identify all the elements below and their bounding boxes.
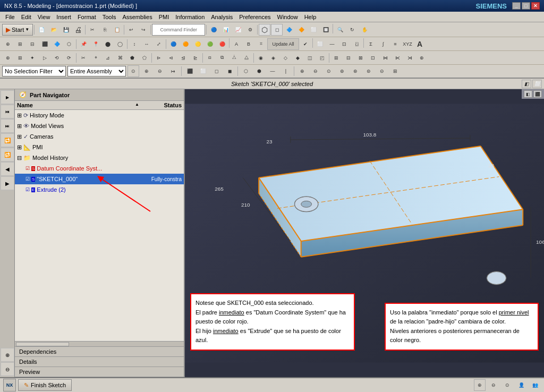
t2b18[interactable]: 🔴 bbox=[216, 38, 228, 50]
t3b4[interactable]: ▷ bbox=[39, 52, 50, 64]
t1b2[interactable]: 📊 bbox=[220, 24, 232, 36]
t3b19[interactable]: ⧊ bbox=[228, 52, 240, 64]
bottom-btn1[interactable]: ⊕ bbox=[474, 379, 486, 391]
filter-btn20[interactable]: ⊞ bbox=[389, 65, 401, 77]
view-btn4[interactable]: 🔶 bbox=[295, 24, 307, 36]
left-icon-bottom1[interactable]: ⊕ bbox=[1, 348, 14, 362]
filter-btn6[interactable]: ⬜ bbox=[197, 65, 209, 77]
filter-btn19[interactable]: ⊝ bbox=[376, 65, 388, 77]
t3b13[interactable]: ⊳ bbox=[153, 52, 165, 64]
filter-btn1[interactable]: ⊙ bbox=[128, 65, 139, 77]
filter-btn16[interactable]: ⊚ bbox=[336, 65, 348, 77]
menu-window[interactable]: Window bbox=[274, 13, 301, 21]
start-button[interactable]: ▶ Start ▼ bbox=[2, 24, 33, 36]
t1b3[interactable]: 📈 bbox=[232, 24, 244, 36]
view-btn1[interactable]: ⬡ bbox=[259, 24, 270, 36]
bottom-btn3[interactable]: ⊙ bbox=[502, 379, 513, 391]
t3b12[interactable]: ⬠ bbox=[139, 52, 150, 64]
preview-tab[interactable]: Preview bbox=[15, 367, 184, 377]
t3b3[interactable]: ✦ bbox=[27, 52, 38, 64]
filter-btn10[interactable]: ⬢ bbox=[253, 65, 265, 77]
t2b22[interactable]: ✔ bbox=[300, 38, 311, 50]
t3b2[interactable]: ⊞ bbox=[14, 52, 26, 64]
t3b11[interactable]: ⬟ bbox=[126, 52, 138, 64]
t3b14[interactable]: ⊲ bbox=[165, 52, 177, 64]
cmd-finder-btn[interactable]: Command Finder bbox=[152, 24, 205, 36]
nav-item-cameras[interactable]: ⊞ ✓ Cameras bbox=[15, 131, 184, 142]
filter-btn5[interactable]: ⬛ bbox=[184, 65, 196, 77]
vp-ctrl2[interactable]: ⬜ bbox=[532, 80, 542, 88]
t3b34[interactable]: ⊕ bbox=[416, 52, 428, 64]
bottom-btn4[interactable]: 👤 bbox=[515, 379, 527, 391]
left-icon-3[interactable]: ⏭ bbox=[1, 119, 14, 133]
nav-item-pmi[interactable]: ⊞ 📐 PMI bbox=[15, 142, 184, 152]
nav-item-sketch-000[interactable]: ☑ S "SKETCH_000" Fully-constra bbox=[15, 174, 184, 184]
menu-pmi[interactable]: PMI bbox=[156, 13, 173, 21]
t3b8[interactable]: ⌖ bbox=[90, 52, 101, 64]
view-btn2[interactable]: ◻ bbox=[271, 24, 283, 36]
t3b29[interactable]: ⊠ bbox=[355, 52, 367, 64]
t3b28[interactable]: ⊟ bbox=[343, 52, 354, 64]
t3b20[interactable]: ⧋ bbox=[241, 52, 252, 64]
t3b31[interactable]: ⋈ bbox=[379, 52, 391, 64]
t3b26[interactable]: ◰ bbox=[316, 52, 328, 64]
left-icon-bottom2[interactable]: ⊖ bbox=[1, 362, 14, 376]
t2b5[interactable]: 🔷 bbox=[51, 38, 63, 50]
t3b33[interactable]: ⋊ bbox=[404, 52, 415, 64]
copy-btn[interactable]: ⎘ bbox=[99, 24, 110, 36]
t2b14[interactable]: 🔵 bbox=[167, 38, 179, 50]
t3b21[interactable]: ◉ bbox=[255, 52, 267, 64]
selection-filter-dropdown[interactable]: No Selection Filter bbox=[2, 66, 66, 76]
t2b10[interactable]: ◯ bbox=[114, 38, 126, 50]
t3b9[interactable]: ⊿ bbox=[102, 52, 114, 64]
t3b32[interactable]: ⋉ bbox=[392, 52, 403, 64]
t2b17[interactable]: 🟢 bbox=[204, 38, 216, 50]
t2b19[interactable]: A bbox=[231, 38, 242, 50]
rotate-btn[interactable]: ↻ bbox=[346, 24, 358, 36]
t1b1[interactable]: 🔵 bbox=[208, 24, 219, 36]
t3b22[interactable]: ◈ bbox=[267, 52, 279, 64]
nav-item-history-mode[interactable]: ⊞ ⟳ History Mode bbox=[15, 110, 184, 121]
menu-insert[interactable]: Insert bbox=[53, 13, 74, 21]
menu-assemblies[interactable]: Assemblies bbox=[119, 13, 155, 21]
filter-btn13[interactable]: ⊕ bbox=[296, 65, 308, 77]
open-btn[interactable]: 📂 bbox=[48, 24, 60, 36]
print-btn[interactable]: 🖨 bbox=[72, 24, 84, 36]
left-icon-6[interactable]: ◀ bbox=[1, 162, 14, 176]
filter-btn11[interactable]: — bbox=[267, 65, 278, 77]
filter-btn18[interactable]: ⊜ bbox=[363, 65, 375, 77]
vp-ctrl1[interactable]: ◧ bbox=[522, 80, 531, 88]
details-tab[interactable]: Details bbox=[15, 357, 184, 367]
t3b25[interactable]: ◫ bbox=[304, 52, 316, 64]
left-icon-7[interactable]: ▶ bbox=[1, 176, 14, 190]
menu-help[interactable]: Help bbox=[301, 13, 320, 21]
t2b26[interactable]: ⌼ bbox=[351, 38, 362, 50]
t3b30[interactable]: ⊡ bbox=[367, 52, 379, 64]
t2b3[interactable]: ⊟ bbox=[27, 38, 38, 50]
t3b27[interactable]: ⊞ bbox=[330, 52, 342, 64]
t1b4[interactable]: ⚙ bbox=[244, 24, 256, 36]
filter-btn7[interactable]: ◻ bbox=[210, 65, 222, 77]
finish-sketch-btn[interactable]: ✎ Finish Sketch bbox=[18, 379, 72, 391]
left-icon-4[interactable]: 🔁 bbox=[1, 133, 14, 147]
filter-btn12[interactable]: | bbox=[280, 65, 292, 77]
t2b31[interactable]: A bbox=[414, 38, 426, 50]
filter-btn9[interactable]: ⬡ bbox=[240, 65, 252, 77]
t2b7[interactable]: 📌 bbox=[78, 38, 89, 50]
t2b24[interactable]: — bbox=[326, 38, 338, 50]
menu-tools[interactable]: Tools bbox=[99, 13, 120, 21]
t3b24[interactable]: ◆ bbox=[292, 52, 303, 64]
t2b12[interactable]: ↔ bbox=[141, 38, 152, 50]
cut-btn[interactable]: ✂ bbox=[87, 24, 98, 36]
t3b23[interactable]: ◇ bbox=[279, 52, 291, 64]
t2b11[interactable]: ↕ bbox=[129, 38, 140, 50]
bottom-btn2[interactable]: ⊖ bbox=[488, 379, 499, 391]
t3b10[interactable]: ⌘ bbox=[114, 52, 126, 64]
minimize-btn[interactable]: _ bbox=[512, 2, 521, 10]
view-btn5[interactable]: ⬜ bbox=[308, 24, 319, 36]
t2b8[interactable]: 📍 bbox=[90, 38, 101, 50]
paste-btn[interactable]: 📋 bbox=[111, 24, 123, 36]
zoom-btn[interactable]: 🔍 bbox=[334, 24, 346, 36]
nav-scrollbar[interactable] bbox=[15, 341, 184, 346]
t3b15[interactable]: ⊴ bbox=[177, 52, 189, 64]
